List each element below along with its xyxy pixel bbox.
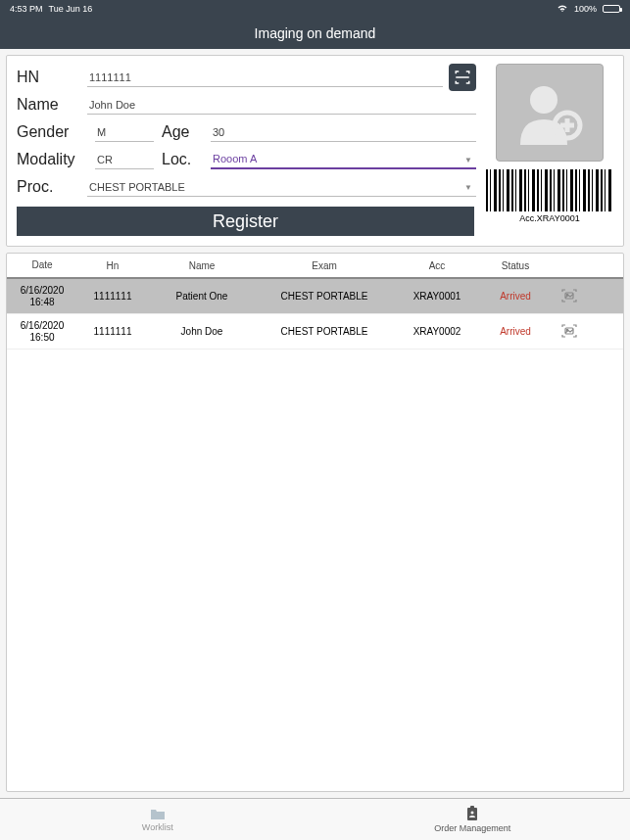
cell-acc: XRAY0001 <box>393 291 481 302</box>
tab-bar: Worklist Order Management <box>0 798 630 840</box>
table-row[interactable]: 6/16/202016:501111111John DoeCHEST PORTA… <box>7 314 623 350</box>
avatar-placeholder[interactable] <box>496 64 604 162</box>
th-acc: Acc <box>393 260 481 271</box>
cell-name: John Doe <box>148 326 256 337</box>
wifi-icon <box>557 4 568 15</box>
hn-input[interactable] <box>87 69 443 87</box>
cell-hn: 1111111 <box>77 326 148 337</box>
cell-acc: XRAY0002 <box>393 326 481 337</box>
barcode-bars <box>486 169 613 211</box>
cell-date: 6/16/202016:48 <box>7 285 77 308</box>
age-input[interactable] <box>211 123 476 142</box>
image-capture-icon <box>560 288 578 303</box>
cell-name: Patient One <box>148 291 256 302</box>
label-hn: HN <box>17 69 87 86</box>
tab-order-label: Order Management <box>434 823 510 833</box>
name-input[interactable] <box>87 96 476 115</box>
folder-icon <box>150 807 166 820</box>
status-date: Tue Jun 16 <box>49 4 93 14</box>
scan-button[interactable] <box>449 64 476 91</box>
gender-input[interactable] <box>95 123 154 142</box>
svg-point-10 <box>471 812 474 815</box>
label-modality: Modality <box>17 151 87 168</box>
page-title: Imaging on demand <box>255 25 376 41</box>
th-hn: Hn <box>77 260 148 271</box>
svg-rect-9 <box>470 806 474 809</box>
cell-status: Arrived <box>481 291 550 302</box>
barcode-label: Acc.XRAY0001 <box>519 213 579 223</box>
tab-order-management[interactable]: Order Management <box>315 799 631 840</box>
barcode: Acc.XRAY0001 <box>486 169 613 223</box>
image-capture-icon <box>560 323 578 339</box>
label-loc: Loc. <box>162 151 203 168</box>
battery-icon <box>603 5 620 13</box>
status-time: 4:53 PM <box>10 4 43 14</box>
label-gender: Gender <box>17 123 87 141</box>
svg-point-0 <box>530 86 557 114</box>
add-person-icon <box>510 78 589 147</box>
scan-icon <box>454 69 471 86</box>
th-name: Name <box>148 260 256 271</box>
register-button[interactable]: Register <box>17 207 474 236</box>
loc-select[interactable] <box>211 150 476 169</box>
title-bar: Imaging on demand <box>0 18 630 49</box>
tab-worklist-label: Worklist <box>142 822 173 832</box>
label-name: Name <box>17 96 87 114</box>
modality-input[interactable] <box>95 151 154 169</box>
clipboard-icon <box>465 806 479 821</box>
status-bar: 4:53 PM Tue Jun 16 100% <box>0 0 630 18</box>
proc-select[interactable] <box>87 178 476 197</box>
th-status: Status <box>481 260 550 271</box>
cell-date: 6/16/202016:50 <box>7 320 77 344</box>
worklist-table: Date Hn Name Exam Acc Status 6/16/202016… <box>6 253 624 792</box>
row-action-button[interactable] <box>550 323 589 341</box>
tab-worklist[interactable]: Worklist <box>0 799 315 840</box>
th-date: Date <box>7 259 77 271</box>
th-exam: Exam <box>256 260 393 271</box>
cell-hn: 1111111 <box>77 291 148 302</box>
cell-exam: CHEST PORTABLE <box>256 326 393 337</box>
cell-exam: CHEST PORTABLE <box>256 291 393 302</box>
table-header: Date Hn Name Exam Acc Status <box>7 254 623 279</box>
row-action-button[interactable] <box>550 288 589 305</box>
form-card: HN Name Gender <box>6 55 624 247</box>
label-age: Age <box>162 123 203 141</box>
table-row[interactable]: 6/16/202016:481111111Patient OneCHEST PO… <box>7 279 623 314</box>
cell-status: Arrived <box>481 326 550 337</box>
label-proc: Proc. <box>17 178 87 196</box>
battery-percent: 100% <box>574 4 597 14</box>
